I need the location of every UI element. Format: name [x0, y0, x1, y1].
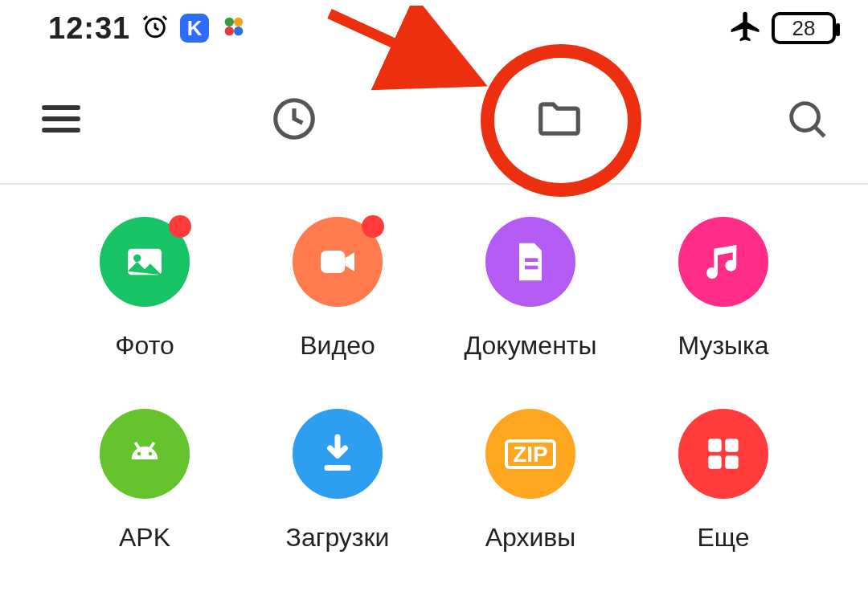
app-badge-k: K: [180, 14, 209, 43]
svg-rect-16: [525, 266, 538, 270]
svg-line-10: [815, 126, 825, 136]
clock-icon: [269, 94, 319, 146]
browse-tab[interactable]: [530, 91, 588, 149]
android-icon: [100, 409, 190, 499]
svg-point-13: [133, 255, 141, 262]
hamburger-icon: [39, 96, 84, 144]
svg-point-1: [225, 18, 234, 27]
dots-icon: [220, 13, 248, 43]
category-more[interactable]: Еще: [627, 409, 820, 553]
svg-line-19: [135, 443, 139, 448]
svg-point-3: [225, 27, 234, 35]
download-icon: [293, 409, 383, 499]
category-label: Документы: [465, 331, 597, 361]
category-label: Еще: [697, 523, 749, 553]
toolbar: [0, 56, 868, 185]
battery-indicator: 28: [772, 12, 836, 44]
svg-rect-25: [725, 455, 738, 468]
category-archives[interactable]: ZIP Архивы: [434, 409, 627, 553]
svg-rect-24: [708, 455, 721, 468]
category-documents[interactable]: Документы: [434, 217, 627, 361]
category-video[interactable]: Видео: [241, 217, 434, 361]
zip-icon: ZIP: [485, 409, 575, 499]
menu-button[interactable]: [32, 91, 90, 149]
photos-icon: [100, 217, 190, 307]
svg-rect-23: [725, 439, 738, 451]
alarm-icon: [141, 13, 169, 43]
svg-rect-15: [525, 258, 538, 262]
video-icon: [293, 217, 383, 307]
category-photos[interactable]: Фото: [48, 217, 241, 361]
status-left: 12:31 K: [48, 11, 248, 46]
svg-point-18: [149, 452, 153, 456]
svg-point-4: [234, 27, 243, 35]
clock: 12:31: [48, 11, 130, 46]
grid-icon: [678, 409, 768, 499]
category-apk[interactable]: APK: [48, 409, 241, 553]
category-grid: Фото Видео Документы Музыка APK Загрузки…: [0, 185, 868, 553]
airplane-mode-icon: [728, 9, 764, 47]
category-label: Видео: [300, 331, 375, 361]
search-button[interactable]: [778, 91, 836, 149]
svg-rect-22: [708, 439, 721, 451]
status-right: 28: [728, 9, 836, 47]
search-icon: [784, 96, 830, 145]
svg-point-17: [137, 452, 141, 456]
svg-rect-21: [325, 465, 351, 471]
svg-line-20: [150, 443, 154, 448]
category-label: APK: [119, 523, 170, 553]
document-icon: [485, 217, 575, 307]
category-label: Фото: [115, 331, 174, 361]
category-label: Загрузки: [286, 523, 390, 553]
category-label: Архивы: [485, 523, 576, 553]
category-downloads[interactable]: Загрузки: [241, 409, 434, 553]
svg-rect-14: [321, 251, 345, 273]
svg-point-2: [234, 18, 243, 27]
folder-icon: [534, 94, 584, 146]
status-bar: 12:31 K 28: [0, 0, 868, 56]
svg-point-9: [792, 103, 819, 130]
category-music[interactable]: Музыка: [627, 217, 820, 361]
category-label: Музыка: [678, 331, 768, 361]
recent-tab[interactable]: [265, 91, 323, 149]
music-icon: [678, 217, 768, 307]
